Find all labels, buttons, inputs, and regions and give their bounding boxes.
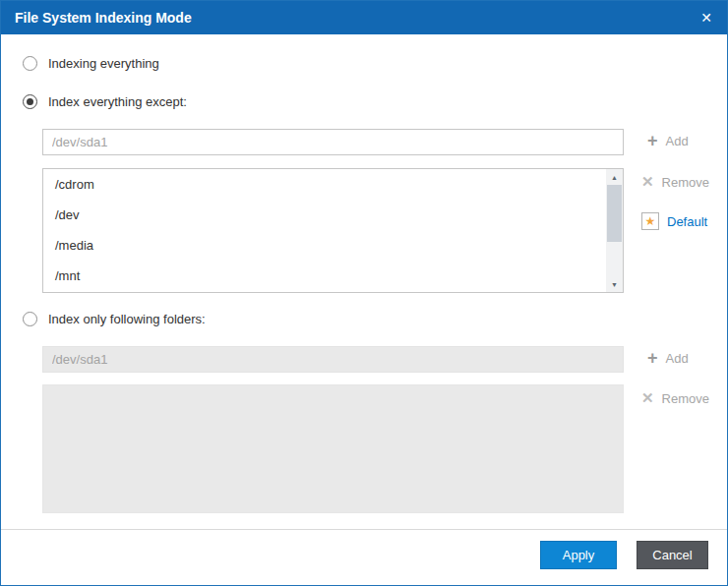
- list-item[interactable]: /cdrom: [43, 169, 623, 200]
- radio-index-only-folders[interactable]: Index only following folders:: [23, 312, 206, 326]
- dialog-title: File System Indexing Mode: [15, 10, 192, 26]
- list-item[interactable]: /media: [43, 230, 623, 261]
- add-exclusion-button[interactable]: + Add: [647, 133, 689, 148]
- default-button[interactable]: ★ Default: [641, 212, 707, 230]
- add-exclusion-label: Add: [666, 134, 689, 148]
- radio-index-everything-except-label: Index everything except:: [48, 94, 187, 109]
- scroll-up-icon[interactable]: ▲: [606, 169, 623, 185]
- add-inclusion-button[interactable]: + Add: [647, 350, 689, 366]
- inclusion-list: [42, 384, 624, 513]
- close-button[interactable]: ✕: [692, 1, 721, 34]
- plus-icon: +: [647, 133, 658, 148]
- footer-divider: [1, 529, 727, 530]
- radio-circle: [23, 312, 37, 326]
- radio-index-only-folders-label: Index only following folders:: [48, 312, 206, 326]
- plus-icon: +: [647, 350, 658, 366]
- radio-circle: [23, 56, 37, 71]
- inclusion-path-input[interactable]: [42, 346, 624, 373]
- star-icon-box: ★: [641, 212, 659, 230]
- scrollbar[interactable]: ▲ ▼: [606, 169, 623, 292]
- close-icon: ✕: [700, 10, 712, 26]
- exclusion-list: /cdrom /dev /media /mnt ▲ ▼: [42, 168, 624, 293]
- remove-exclusion-button[interactable]: ✕ Remove: [641, 174, 709, 190]
- list-item[interactable]: /dev: [43, 200, 623, 230]
- remove-icon: ✕: [641, 174, 654, 190]
- remove-exclusion-label: Remove: [662, 175, 709, 190]
- cancel-button[interactable]: Cancel: [637, 541, 708, 569]
- cancel-button-label: Cancel: [652, 548, 692, 562]
- radio-index-everything-except[interactable]: Index everything except:: [23, 94, 187, 109]
- list-item[interactable]: /mnt: [43, 261, 623, 291]
- radio-indexing-everything-label: Indexing everything: [48, 56, 159, 71]
- title-bar: File System Indexing Mode: [1, 1, 727, 34]
- remove-icon: ✕: [641, 390, 654, 406]
- add-inclusion-label: Add: [666, 351, 689, 366]
- radio-indexing-everything[interactable]: Indexing everything: [23, 56, 159, 71]
- default-button-label: Default: [667, 214, 707, 229]
- star-icon: ★: [645, 215, 656, 227]
- apply-button-label: Apply: [563, 548, 595, 562]
- file-system-indexing-dialog: File System Indexing Mode ✕ Indexing eve…: [0, 0, 728, 586]
- remove-inclusion-button[interactable]: ✕ Remove: [641, 390, 709, 406]
- scrollbar-thumb[interactable]: [607, 185, 622, 242]
- exclusion-path-input[interactable]: [42, 129, 624, 155]
- scroll-down-icon[interactable]: ▼: [606, 276, 623, 292]
- remove-inclusion-label: Remove: [662, 391, 709, 406]
- apply-button[interactable]: Apply: [540, 541, 617, 569]
- radio-circle-selected: [23, 94, 37, 109]
